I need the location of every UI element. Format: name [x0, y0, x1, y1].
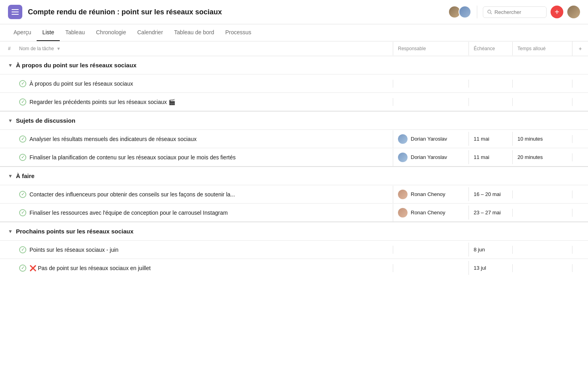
svg-rect-0 — [12, 9, 19, 10]
task-responsible — [393, 80, 468, 88]
section-title-2: Sujets de discussion — [16, 117, 75, 124]
section-header-3[interactable]: ▼ À faire — [0, 167, 588, 185]
avatar-user-2 — [459, 6, 471, 18]
section-chevron-2: ▼ — [8, 118, 13, 123]
section-a-faire: ▼ À faire ✓ Contacter des influenceurs p… — [0, 166, 588, 221]
task-deadline: 16 – 20 mai — [468, 187, 512, 201]
menu-button[interactable] — [8, 5, 22, 19]
person-avatar — [398, 190, 408, 199]
task-responsible — [393, 98, 468, 106]
check-icon[interactable]: ✓ — [19, 98, 26, 106]
task-extra — [572, 153, 588, 161]
sort-icon[interactable]: ▼ — [56, 46, 61, 51]
section-header-1[interactable]: ▼ À propos du point sur les réseaux soci… — [0, 56, 588, 74]
table-row[interactable]: ✓ Contacter des influenceurs pour obteni… — [0, 185, 588, 203]
section-a-propos: ▼ À propos du point sur les réseaux soci… — [0, 56, 588, 111]
search-icon — [487, 9, 492, 15]
avatar-group — [448, 6, 471, 18]
task-time — [512, 80, 572, 88]
check-icon[interactable]: ✓ — [19, 80, 26, 87]
tab-chronologie[interactable]: Chronologie — [90, 24, 132, 41]
task-time: 20 minutes — [512, 150, 572, 164]
task-deadline: 23 – 27 mai — [468, 206, 512, 220]
task-responsible: Ronan Chenoy — [393, 186, 468, 203]
check-icon[interactable]: ✓ — [19, 135, 26, 143]
page-title: Compte rendu de réunion : point sur les … — [28, 8, 443, 16]
task-extra — [572, 190, 588, 198]
task-responsible: Dorian Yaroslav — [393, 149, 468, 166]
section-header-4[interactable]: ▼ Prochains points sur les réseaux socia… — [0, 222, 588, 240]
section-chevron-4: ▼ — [8, 229, 13, 234]
svg-line-4 — [490, 13, 492, 14]
nav-tabs: Aperçu Liste Tableau Chronologie Calendr… — [0, 24, 588, 41]
table-row[interactable]: ✓ Points sur les réseaux sociaux - juin … — [0, 240, 588, 259]
task-name: ✓ Regarder les précédents points sur les… — [16, 94, 393, 110]
task-deadline: 8 jun — [468, 243, 512, 257]
task-name: ✓ Finaliser les ressources avec l'équipe… — [16, 205, 393, 220]
section-prochains: ▼ Prochains points sur les réseaux socia… — [0, 221, 588, 277]
col-header-task: Nom de la tâche ▼ — [16, 42, 393, 55]
task-time — [512, 98, 572, 106]
person-avatar — [398, 208, 408, 218]
person-avatar — [398, 153, 408, 162]
task-name: ✓ Finaliser la planification de contenu … — [16, 150, 393, 165]
task-time — [512, 190, 572, 198]
task-time — [512, 246, 572, 254]
task-responsible — [393, 246, 468, 254]
check-icon[interactable]: ✓ — [19, 154, 26, 161]
svg-point-3 — [488, 10, 491, 13]
table-header: # Nom de la tâche ▼ Responsable Échéance… — [0, 41, 588, 56]
add-button[interactable]: + — [551, 6, 563, 18]
task-name: ✓ Points sur les réseaux sociaux - juin — [16, 242, 393, 257]
tab-tableau-de-bord[interactable]: Tableau de bord — [169, 24, 220, 41]
search-input[interactable] — [494, 9, 542, 15]
tab-processus[interactable]: Processus — [220, 24, 257, 41]
tab-calendrier[interactable]: Calendrier — [131, 24, 169, 41]
search-box[interactable] — [483, 6, 547, 18]
current-user-avatar[interactable] — [567, 6, 580, 18]
task-time — [512, 264, 572, 272]
table-row[interactable]: ✓ Finaliser la planification de contenu … — [0, 148, 588, 166]
col-add-button[interactable]: + — [572, 41, 588, 56]
header-right: + — [448, 6, 580, 18]
task-extra — [572, 98, 588, 106]
task-name: ✓ Contacter des influenceurs pour obteni… — [16, 187, 393, 202]
svg-rect-1 — [12, 12, 19, 12]
col-header-time: Temps alloué — [512, 42, 572, 55]
task-deadline — [468, 80, 512, 88]
svg-rect-2 — [12, 14, 19, 15]
check-icon[interactable]: ✓ — [19, 265, 26, 272]
task-extra — [572, 135, 588, 143]
col-header-num: # — [0, 42, 16, 55]
table-row[interactable]: ✓ À propos du point sur les réseaux soci… — [0, 74, 588, 92]
section-sujets: ▼ Sujets de discussion ✓ Analyser les ré… — [0, 111, 588, 166]
tab-apercu[interactable]: Aperçu — [8, 24, 37, 41]
task-deadline: 11 mai — [468, 132, 512, 146]
tab-tableau[interactable]: Tableau — [60, 24, 90, 41]
task-extra — [572, 246, 588, 254]
tab-liste[interactable]: Liste — [37, 24, 60, 41]
task-name: ✓ À propos du point sur les réseaux soci… — [16, 76, 393, 91]
task-responsible: Dorian Yaroslav — [393, 130, 468, 148]
header-divider — [477, 6, 477, 18]
task-deadline — [468, 98, 512, 106]
section-chevron-1: ▼ — [8, 63, 13, 68]
task-time: 10 minutes — [512, 132, 572, 146]
check-icon[interactable]: ✓ — [19, 209, 26, 216]
col-header-responsible: Responsable — [393, 42, 468, 55]
col-header-deadline: Échéance — [468, 42, 512, 55]
table-row[interactable]: ✓ Analyser les résultats mensuels des in… — [0, 129, 588, 148]
section-title-4: Prochains points sur les réseaux sociaux — [16, 228, 133, 235]
task-time — [512, 209, 572, 217]
task-name: ✓ ❌ Pas de point sur les réseaux sociaux… — [16, 261, 393, 276]
task-extra — [572, 80, 588, 88]
task-name: ✓ Analyser les résultats mensuels des in… — [16, 131, 393, 147]
section-header-2[interactable]: ▼ Sujets de discussion — [0, 112, 588, 129]
table-row[interactable]: ✓ Regarder les précédents points sur les… — [0, 92, 588, 111]
check-icon[interactable]: ✓ — [19, 191, 26, 198]
check-icon[interactable]: ✓ — [19, 246, 26, 253]
task-responsible: Ronan Chenoy — [393, 204, 468, 221]
table-row[interactable]: ✓ Finaliser les ressources avec l'équipe… — [0, 203, 588, 221]
table-row[interactable]: ✓ ❌ Pas de point sur les réseaux sociaux… — [0, 259, 588, 277]
task-extra — [572, 264, 588, 272]
